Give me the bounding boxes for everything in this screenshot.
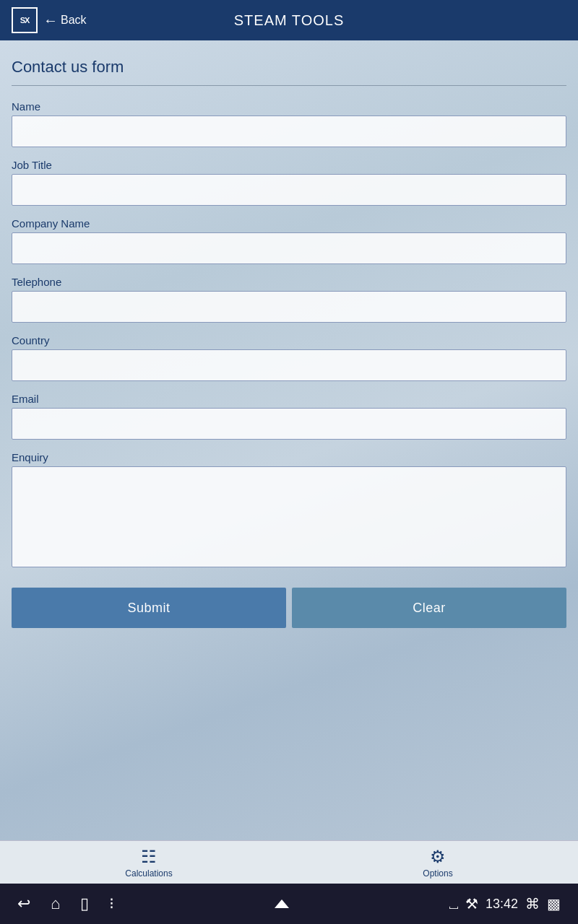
job-title-label: Job Title [12,159,566,171]
calculations-icon: ☷ [141,847,157,867]
telephone-field-group: Telephone [12,276,566,323]
usb-icon: ⎵ [449,896,458,912]
country-label: Country [12,334,566,346]
email-field-group: Email [12,393,566,440]
calculations-nav-item[interactable]: ☷ Calculations [125,847,172,879]
company-name-field-group: Company Name [12,217,566,264]
system-bar-right: ⎵ ⚒ 13:42 ⌘ ▩ [449,895,561,912]
company-name-label: Company Name [12,217,566,230]
title-divider [12,85,566,86]
logo-box: SX [12,7,38,33]
bottom-nav: ☷ Calculations ⚙ Options [0,840,578,884]
wifi-icon: ⌘ [525,895,540,912]
back-system-icon[interactable]: ↩ [17,894,30,913]
options-icon: ⚙ [430,847,446,867]
back-button[interactable]: ← Back [43,12,87,29]
country-field-group: Country [12,334,566,381]
email-input[interactable] [12,408,566,440]
name-field-group: Name [12,100,566,147]
top-bar: SX ← Back STEAM TOOLS [0,0,578,40]
grid-system-icon[interactable]: ⁝ [109,894,114,913]
home-system-icon[interactable]: ⌂ [51,894,60,913]
enquiry-field-group: Enquiry [12,451,566,570]
back-label: Back [61,14,87,27]
enquiry-input[interactable] [12,466,566,567]
system-bar: ↩ ⌂ ▯ ⁝ ⎵ ⚒ 13:42 ⌘ ▩ [0,884,578,924]
job-title-field-group: Job Title [12,159,566,206]
system-bar-center [275,899,289,908]
logo-text: SX [20,16,30,25]
company-name-input[interactable] [12,232,566,264]
clear-button[interactable]: Clear [292,588,566,628]
name-input[interactable] [12,116,566,147]
wrench-icon: ⚒ [465,895,478,912]
battery-icon: ▩ [547,895,561,912]
country-input[interactable] [12,349,566,381]
app-logo: SX [12,7,38,33]
app-title: STEAM TOOLS [234,12,345,29]
button-row: Submit Clear [12,588,566,628]
back-arrow-icon: ← [43,12,58,29]
system-time: 13:42 [486,897,518,912]
job-title-input[interactable] [12,174,566,206]
options-nav-item[interactable]: ⚙ Options [423,847,452,879]
email-label: Email [12,393,566,405]
recents-system-icon[interactable]: ▯ [80,894,89,913]
telephone-input[interactable] [12,291,566,323]
page-title: Contact us form [12,58,566,77]
system-bar-left: ↩ ⌂ ▯ ⁝ [17,894,114,913]
submit-button[interactable]: Submit [12,588,286,628]
options-label: Options [423,868,452,879]
chevron-up-icon [275,899,289,908]
telephone-label: Telephone [12,276,566,288]
calculations-label: Calculations [125,868,172,879]
enquiry-label: Enquiry [12,451,566,463]
main-content: Contact us form Name Job Title Company N… [0,40,578,840]
name-label: Name [12,100,566,113]
